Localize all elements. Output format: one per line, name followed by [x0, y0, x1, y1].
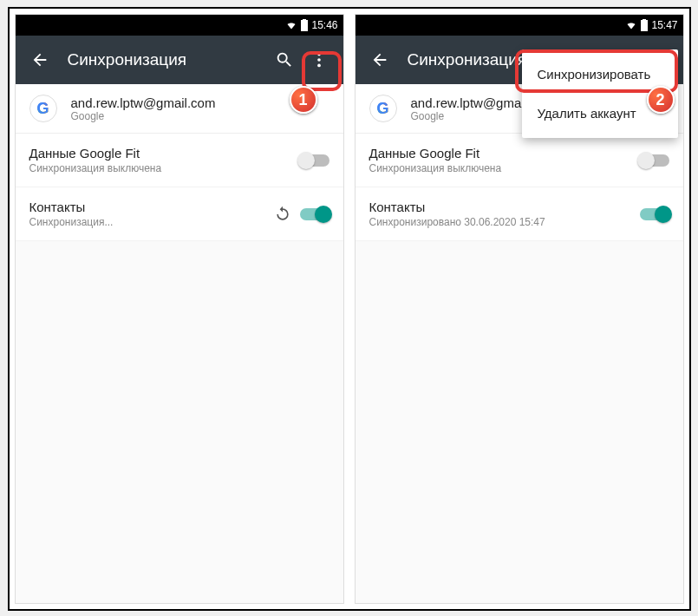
svg-rect-6 — [643, 19, 646, 21]
sync-item-contacts[interactable]: Контакты Синхронизация... — [16, 187, 343, 241]
sync-item-contacts[interactable]: Контакты Синхронизировано 30.06.2020 15:… — [356, 187, 683, 241]
account-email: and.rew.lptw@gmail.com — [71, 95, 216, 110]
svg-rect-5 — [641, 20, 648, 31]
phone-right: 15:47 Синхронизация G and.rew.lptw@gmail… — [355, 14, 684, 604]
page-title: Синхронизация — [57, 50, 267, 69]
svg-rect-0 — [301, 20, 308, 31]
status-bar: 15:47 — [356, 15, 683, 36]
sync-item-sub: Синхронизация выключена — [369, 162, 640, 174]
toggle-switch[interactable] — [640, 154, 669, 167]
wifi-icon — [285, 20, 297, 30]
svg-point-3 — [317, 58, 321, 62]
battery-icon — [301, 19, 308, 31]
toggle-switch[interactable] — [640, 208, 669, 220]
annotation-badge: 1 — [290, 86, 317, 114]
search-button[interactable] — [267, 43, 302, 77]
sync-item-label: Контакты — [369, 200, 640, 214]
back-button[interactable] — [362, 43, 397, 77]
sync-item-label: Данные Google Fit — [369, 146, 640, 161]
overflow-menu-button[interactable] — [302, 43, 336, 77]
status-bar: 15:46 — [16, 15, 343, 36]
svg-point-2 — [317, 53, 321, 56]
battery-icon — [641, 19, 648, 31]
toggle-switch[interactable] — [300, 208, 329, 220]
svg-point-4 — [317, 64, 321, 68]
sync-item-label: Данные Google Fit — [29, 146, 300, 161]
phone-left: 15:46 Синхронизация G and.rew.lptw@gmail… — [15, 14, 344, 604]
svg-rect-1 — [303, 19, 306, 21]
google-logo-icon: G — [369, 95, 397, 122]
back-button[interactable] — [23, 43, 57, 77]
toggle-switch[interactable] — [300, 154, 329, 167]
sync-item-googlefit[interactable]: Данные Google Fit Синхронизация выключен… — [356, 134, 683, 187]
google-logo-icon: G — [29, 95, 57, 122]
account-provider: Google — [71, 110, 216, 122]
sync-in-progress-icon — [274, 206, 291, 223]
wifi-icon — [625, 20, 637, 30]
annotation-badge: 2 — [647, 86, 675, 114]
sync-item-sub: Синхронизировано 30.06.2020 15:47 — [369, 216, 640, 228]
app-bar: Синхронизация — [16, 36, 343, 84]
sync-item-googlefit[interactable]: Данные Google Fit Синхронизация выключен… — [16, 134, 343, 187]
sync-item-sub: Синхронизация... — [29, 216, 274, 228]
sync-item-label: Контакты — [29, 200, 274, 214]
sync-item-sub: Синхронизация выключена — [29, 162, 300, 174]
status-time: 15:47 — [651, 19, 677, 31]
status-time: 15:46 — [311, 19, 337, 31]
